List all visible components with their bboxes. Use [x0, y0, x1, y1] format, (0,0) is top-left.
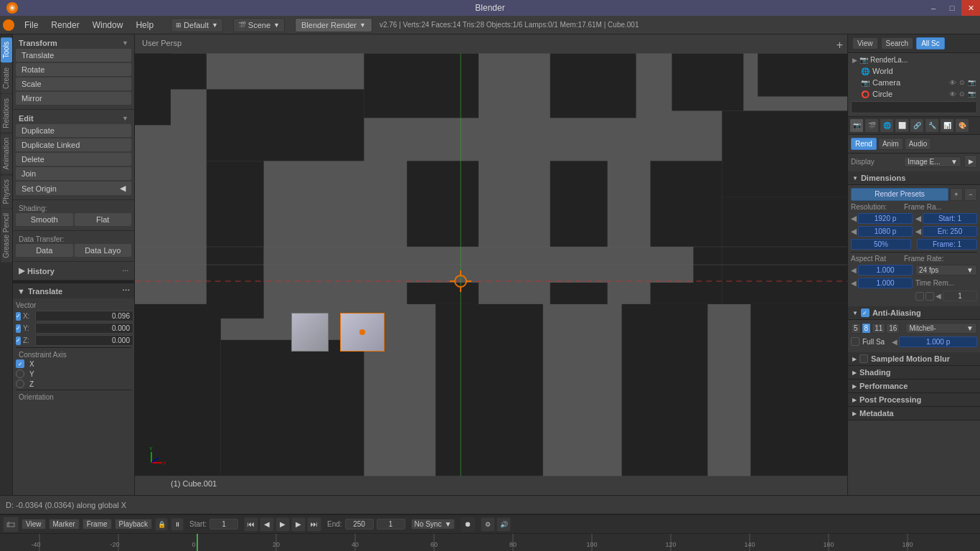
- dimensions-collapse[interactable]: ▼ Dimensions: [848, 171, 980, 185]
- render-presets-btn[interactable]: Render Presets: [851, 188, 948, 201]
- flat-button[interactable]: Flat: [75, 213, 132, 226]
- timerem-val[interactable]: 1: [943, 291, 977, 301]
- cube-right[interactable]: [340, 313, 385, 352]
- world-tree-item[interactable]: 🌐 World: [848, 65, 980, 77]
- timeline-marker-btn[interactable]: Marker: [49, 519, 80, 529]
- vtab-relations[interactable]: Relations: [1, 94, 12, 133]
- sampled-motion-collapse[interactable]: ▶ Sampled Motion Blur: [848, 352, 980, 366]
- delete-button[interactable]: Delete: [16, 153, 131, 166]
- data-icon[interactable]: 📊: [940, 118, 954, 133]
- y-checkbox[interactable]: ✓: [16, 324, 21, 333]
- layout-selector[interactable]: ⊞ Default ▼: [171, 18, 223, 32]
- vtab-animation[interactable]: Animation: [1, 133, 12, 174]
- aa-filter-val[interactable]: 1.000 p: [899, 336, 977, 347]
- end-frame-input[interactable]: [345, 519, 374, 529]
- audio-tab[interactable]: Audio: [905, 138, 932, 150]
- rend-tab[interactable]: Rend: [851, 138, 877, 150]
- close-button[interactable]: ✕: [961, 0, 980, 16]
- image-editor-dropdown[interactable]: Image E... ▼: [904, 156, 961, 167]
- jump-end-btn[interactable]: ⏭: [307, 517, 321, 532]
- prev-frame-btn[interactable]: ◀: [260, 517, 274, 532]
- aa-8[interactable]: 8: [862, 323, 872, 334]
- current-frame-input[interactable]: [377, 519, 405, 529]
- join-button[interactable]: Join: [16, 167, 131, 180]
- vtab-tools[interactable]: Tools: [1, 37, 12, 62]
- start-frame-field[interactable]: Start: 1: [923, 213, 977, 224]
- translate-panel-header[interactable]: ▼ Translate ⋯: [13, 282, 134, 298]
- circle-tree-item[interactable]: ⭕ Circle 👁 ⊙ 📷: [848, 88, 980, 100]
- timeline-frame-btn[interactable]: Frame: [83, 519, 112, 529]
- duplicate-button[interactable]: Duplicate: [16, 124, 131, 137]
- jump-start-btn[interactable]: ⏮: [244, 517, 258, 532]
- x-axis-checkbox[interactable]: ✓: [16, 359, 24, 368]
- start-frame-input[interactable]: [209, 519, 238, 529]
- timeline-view-btn[interactable]: View: [22, 519, 46, 529]
- timeline-pause-icon[interactable]: ⏸: [171, 518, 184, 531]
- presets-add-btn[interactable]: +: [950, 188, 963, 201]
- z-axis-radio[interactable]: [16, 380, 24, 388]
- current-frame-field[interactable]: Frame: 1: [917, 239, 977, 250]
- data-button[interactable]: Data: [16, 244, 73, 257]
- transform-header[interactable]: Transform ▼: [16, 37, 131, 49]
- anim-tab[interactable]: Anim: [878, 138, 903, 150]
- set-origin-dropdown[interactable]: Set Origin ◀: [16, 182, 131, 195]
- end-frame-field[interactable]: En: 250: [923, 226, 977, 237]
- render-properties-icon[interactable]: 📷: [849, 118, 864, 133]
- record-btn[interactable]: ⏺: [461, 517, 475, 532]
- x-checkbox[interactable]: ✓: [16, 312, 21, 321]
- aspect-y-field[interactable]: 1.000: [858, 278, 913, 288]
- y-input[interactable]: [35, 323, 133, 334]
- vtab-physics[interactable]: Physics: [1, 175, 12, 208]
- object-properties-icon[interactable]: ⬜: [895, 118, 909, 133]
- menu-render[interactable]: Render: [45, 19, 85, 32]
- performance-collapse[interactable]: ▶ Performance: [848, 380, 980, 393]
- viewport-3d[interactable]: User Persp + X Y (1) Cube.001: [135, 34, 847, 495]
- aa-5[interactable]: 5: [851, 323, 861, 334]
- data-layers-button[interactable]: Data Layo: [75, 244, 132, 257]
- render-engine-selector[interactable]: Blender Render ▼: [295, 18, 372, 32]
- timerem-cb2[interactable]: [925, 292, 934, 301]
- timeline-ruler[interactable]: -40 -20 0 20 40 60 80 100 120 140: [0, 534, 980, 551]
- full-sample-cb[interactable]: [851, 337, 859, 346]
- scale-button[interactable]: Scale: [16, 77, 131, 90]
- camera-tree-item[interactable]: 📷 Camera 👁 ⊙ 📷: [848, 77, 980, 88]
- play-btn[interactable]: ▶: [275, 517, 290, 532]
- z-input[interactable]: [35, 335, 133, 346]
- history-header[interactable]: ▶ History ⋯: [16, 265, 131, 277]
- aa-checkbox[interactable]: ✓: [861, 309, 870, 317]
- smooth-button[interactable]: Smooth: [16, 213, 73, 226]
- rp-all-scenes-btn[interactable]: All Sc: [916, 37, 945, 50]
- x-input[interactable]: [35, 311, 133, 321]
- z-checkbox[interactable]: ✓: [16, 336, 21, 345]
- res-x-field[interactable]: 1920 p: [858, 213, 913, 224]
- y-axis-radio[interactable]: [16, 369, 24, 378]
- rp-view-btn[interactable]: View: [852, 37, 878, 50]
- timerem-cb1[interactable]: [915, 292, 924, 301]
- menu-window[interactable]: Window: [87, 19, 129, 32]
- next-frame-btn[interactable]: ▶: [291, 517, 306, 532]
- aspect-x-field[interactable]: 1.000: [858, 265, 913, 276]
- aa-collapse[interactable]: ▼ ✓ Anti-Aliasing: [848, 306, 980, 320]
- sampled-motion-cb[interactable]: [859, 354, 868, 363]
- metadata-collapse[interactable]: ▶ Metadata: [848, 407, 980, 420]
- world-properties-icon[interactable]: 🌐: [880, 118, 894, 133]
- constraints-icon[interactable]: 🔗: [910, 118, 924, 133]
- viewport-add-button[interactable]: +: [837, 39, 843, 52]
- aa-filter-dropdown[interactable]: Mitchell- ▼: [905, 323, 977, 334]
- vtab-create[interactable]: Create: [1, 63, 12, 93]
- timeline-lock-icon[interactable]: 🔒: [155, 518, 168, 531]
- scene-properties-icon[interactable]: 🎬: [864, 118, 879, 133]
- post-processing-collapse[interactable]: ▶ Post Processing: [848, 393, 980, 407]
- vtab-grease-pencil[interactable]: Grease Pencil: [1, 209, 12, 263]
- fps-dropdown[interactable]: 24 fps ▼: [915, 265, 977, 276]
- rotate-button[interactable]: Rotate: [16, 63, 131, 76]
- timeline-extra1[interactable]: ⚙: [481, 517, 495, 532]
- edit-header[interactable]: Edit ▼: [16, 113, 131, 124]
- display-extra-btn[interactable]: ▶: [964, 155, 977, 168]
- rp-search-btn[interactable]: Search: [881, 37, 914, 50]
- timeline-extra2[interactable]: 🔊: [496, 517, 511, 532]
- material-icon[interactable]: 🎨: [955, 118, 969, 133]
- duplicate-linked-button[interactable]: Duplicate Linked: [16, 138, 131, 151]
- maximize-button[interactable]: □: [943, 0, 961, 16]
- scene-search-input[interactable]: [851, 101, 977, 113]
